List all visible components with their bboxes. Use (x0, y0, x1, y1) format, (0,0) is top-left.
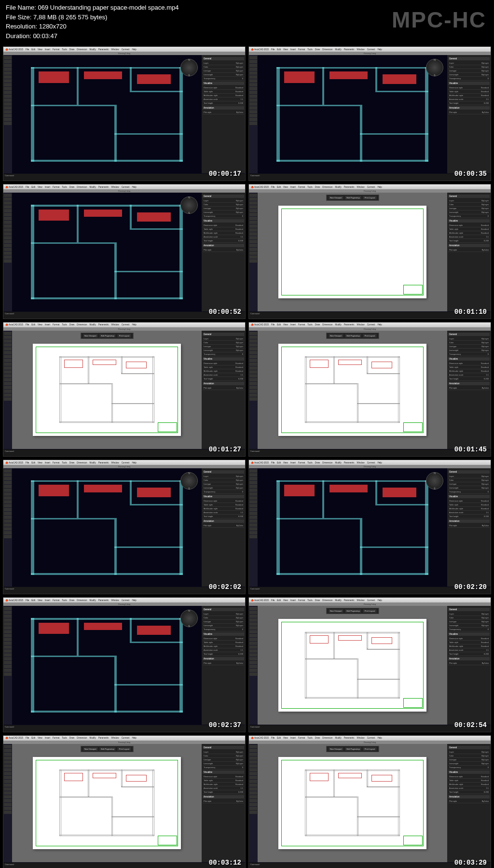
menu-item[interactable]: Draw (315, 186, 320, 188)
layout-button[interactable]: Edit Pagesetup (345, 609, 361, 613)
menu-item[interactable]: Connect (122, 186, 130, 188)
menu-item[interactable]: Tools (307, 737, 313, 739)
paper-sheet[interactable] (278, 344, 426, 436)
menu-item[interactable]: View (38, 599, 42, 602)
layout-button[interactable]: New Viewport (329, 196, 343, 199)
menu-item[interactable]: Format (53, 48, 59, 51)
menu-item[interactable]: Connect (122, 323, 130, 326)
menu-item[interactable]: Dimension (77, 48, 87, 51)
layout-button[interactable]: Print Layout (118, 747, 131, 751)
layout-button[interactable]: New Viewport (329, 609, 343, 613)
menu-item[interactable]: Tools (307, 323, 313, 326)
menu-item[interactable]: Format (53, 323, 59, 326)
menu-item[interactable]: Modify (335, 737, 342, 739)
menu-item[interactable]: Modify (90, 737, 96, 739)
drawing-canvas[interactable]: New ViewportEdit PagesetupPrint Layout (258, 193, 447, 311)
menu-item[interactable]: Edit (31, 462, 35, 464)
menu-item[interactable]: Insert (45, 462, 50, 464)
menu-item[interactable]: Draw (315, 462, 320, 464)
layout-button[interactable]: Print Layout (363, 196, 376, 199)
menu-item[interactable]: Connect (367, 462, 375, 464)
menu-item[interactable]: Format (298, 323, 305, 326)
menu-item[interactable]: Edit (31, 599, 35, 602)
menu-item[interactable]: Draw (315, 599, 320, 602)
autocad-menubar[interactable]: 🍎 AutoCAD 2015FileEditViewInsertFormatTo… (249, 184, 491, 189)
menu-item[interactable]: Parametric (98, 462, 109, 464)
menu-item[interactable]: Draw (69, 186, 75, 188)
drawing-tab[interactable]: Drawing2.dwg (249, 465, 491, 468)
menu-item[interactable]: Connect (367, 48, 375, 51)
menu-item[interactable]: File (271, 48, 274, 51)
menu-item[interactable]: View (38, 48, 42, 51)
menu-item[interactable]: Insert (290, 48, 296, 51)
menu-item[interactable]: Draw (315, 323, 320, 326)
menu-item[interactable]: Format (298, 462, 305, 464)
layout-button[interactable]: Edit Pagesetup (345, 747, 361, 751)
menu-item[interactable]: Window (111, 186, 119, 188)
autocad-menubar[interactable]: 🍎 AutoCAD 2015FileEditViewInsertFormatTo… (249, 47, 491, 52)
menu-item[interactable]: Parametric (344, 599, 355, 602)
menu-item[interactable]: Parametric (344, 186, 355, 188)
layout-button[interactable]: New Viewport (329, 747, 343, 751)
menu-item[interactable]: Edit (31, 737, 35, 739)
autocad-menubar[interactable]: 🍎 AutoCAD 2015FileEditViewInsertFormatTo… (3, 460, 245, 465)
menu-item[interactable]: Connect (367, 737, 375, 739)
menu-item[interactable]: File (26, 462, 29, 464)
drawing-tab[interactable]: Drawing2.dwg (249, 741, 491, 744)
menu-item[interactable]: Dimension (322, 737, 332, 739)
autocad-menubar[interactable]: 🍎 AutoCAD 2015FileEditViewInsertFormatTo… (249, 322, 491, 327)
drawing-canvas[interactable]: New ViewportEdit PagesetupPrint Layout (258, 331, 447, 449)
menu-item[interactable]: Help (377, 737, 382, 739)
menu-item[interactable]: Help (132, 737, 136, 739)
menu-item[interactable]: Modify (90, 599, 96, 602)
menu-item[interactable]: Format (298, 48, 305, 51)
drawing-tab[interactable]: Drawing2.dwg (3, 327, 245, 331)
drawing-tab[interactable]: Drawing2.dwg (249, 602, 491, 606)
drawing-tab[interactable]: Drawing2.dwg (3, 189, 245, 193)
drawing-canvas[interactable] (258, 55, 447, 173)
layout-button[interactable]: Edit Pagesetup (100, 334, 116, 337)
drawing-tab[interactable]: Drawing2.dwg (3, 52, 245, 55)
menu-item[interactable]: View (38, 186, 42, 188)
tool-palette[interactable] (3, 744, 12, 862)
drawing-canvas[interactable] (12, 468, 202, 587)
autocad-menubar[interactable]: 🍎 AutoCAD 2015FileEditViewInsertFormatTo… (3, 184, 245, 189)
menu-item[interactable]: Dimension (322, 323, 332, 326)
menu-item[interactable]: Dimension (77, 186, 87, 188)
viewcube-compass[interactable] (426, 59, 443, 76)
menu-item[interactable]: View (38, 323, 42, 326)
menu-item[interactable]: Parametric (344, 462, 355, 464)
menu-item[interactable]: Draw (315, 737, 320, 739)
menu-item[interactable]: Parametric (98, 48, 109, 51)
menu-item[interactable]: Tools (62, 737, 67, 739)
drawing-canvas[interactable] (12, 606, 202, 724)
menu-item[interactable]: Connect (367, 599, 375, 602)
menu-item[interactable]: Help (132, 462, 136, 464)
menu-item[interactable]: Edit (31, 323, 35, 326)
menu-item[interactable]: Format (53, 737, 59, 739)
menu-item[interactable]: File (26, 599, 29, 602)
menu-item[interactable]: Parametric (98, 186, 109, 188)
menu-item[interactable]: Edit (277, 737, 281, 739)
menu-item[interactable]: View (283, 737, 288, 739)
menu-item[interactable]: Edit (31, 48, 35, 51)
menu-item[interactable]: Dimension (77, 737, 87, 739)
menu-item[interactable]: Dimension (77, 599, 87, 602)
menu-item[interactable]: Help (132, 323, 136, 326)
menu-item[interactable]: Parametric (344, 737, 355, 739)
menu-item[interactable]: Help (132, 48, 136, 51)
menu-item[interactable]: Connect (367, 323, 375, 326)
drawing-tab[interactable]: Drawing2.dwg (3, 741, 245, 744)
menu-item[interactable]: Draw (69, 323, 75, 326)
menu-item[interactable]: Modify (90, 323, 96, 326)
menu-item[interactable]: Window (357, 323, 365, 326)
menu-item[interactable]: Dimension (322, 462, 332, 464)
menu-item[interactable]: Modify (90, 186, 96, 188)
tool-palette[interactable] (3, 606, 12, 724)
menu-item[interactable]: File (26, 737, 29, 739)
drawing-canvas[interactable]: New ViewportEdit PagesetupPrint Layout (258, 606, 447, 724)
menu-item[interactable]: Draw (69, 48, 75, 51)
menu-item[interactable]: Insert (45, 186, 50, 188)
autocad-menubar[interactable]: 🍎 AutoCAD 2015FileEditViewInsertFormatTo… (249, 736, 491, 741)
menu-item[interactable]: Tools (62, 186, 67, 188)
